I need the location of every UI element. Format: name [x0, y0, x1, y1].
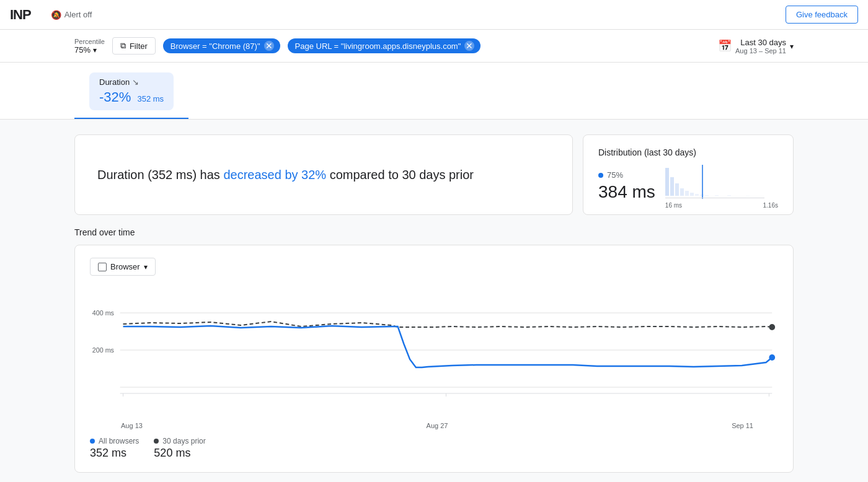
insight-text: Duration (352 ms) has decreased by 32% c…: [97, 165, 474, 184]
svg-rect-10: [727, 195, 731, 196]
distribution-title: Distribution (last 30 days): [598, 147, 778, 157]
browser-chevron: [144, 262, 148, 271]
svg-rect-4: [685, 191, 689, 196]
inp-logo: INP: [10, 7, 31, 23]
svg-rect-5: [690, 193, 694, 196]
svg-rect-1: [670, 177, 674, 196]
svg-rect-7: [700, 195, 704, 196]
dist-left: 75% 384 ms: [598, 170, 655, 202]
trend-label: Trend over time: [74, 227, 794, 237]
percentile-label: Percentile: [74, 38, 105, 45]
browser-dropdown[interactable]: Browser: [90, 258, 156, 276]
legend-prior-value: 520 ms: [154, 447, 205, 460]
url-chip[interactable]: Page URL = "livingroom.apps.disneyplus.c…: [288, 38, 481, 53]
alert-off-label: Alert off: [64, 10, 92, 19]
svg-rect-9: [715, 195, 719, 196]
legend-dark-dot: [154, 439, 159, 444]
browser-chip[interactable]: Browser = "Chrome (87)" ✕: [163, 38, 280, 53]
distribution-svg: [665, 165, 764, 199]
trend-card: Browser 400 ms 200 ms: [74, 245, 794, 473]
percentile-value: 75%: [74, 45, 97, 55]
svg-point-19: [769, 354, 775, 361]
legend-blue-dot: [90, 439, 95, 444]
summary-row: Duration (352 ms) has decreased by 32% c…: [74, 134, 794, 215]
date-range-selector[interactable]: 📅 Last 30 days Aug 13 – Sep 11: [718, 38, 794, 55]
give-feedback-button[interactable]: Give feedback: [786, 6, 858, 24]
top-bar: INP 🔕 Alert off Give feedback: [0, 0, 868, 30]
svg-rect-8: [705, 195, 709, 196]
chart-x-labels: Aug 13 Aug 27 Sep 11: [90, 422, 778, 429]
metric-value: -32% 352 ms: [99, 89, 164, 105]
svg-text:200 ms: 200 ms: [92, 346, 115, 354]
legend-all-browsers-value: 352 ms: [90, 447, 139, 460]
dist-percentile: 75%: [598, 170, 655, 180]
trend-down-icon: ↘: [132, 77, 139, 87]
distribution-card: Distribution (last 30 days) 75% 384 ms: [583, 134, 794, 215]
svg-point-20: [769, 324, 775, 330]
percentile-chevron: [93, 45, 97, 55]
filter-button[interactable]: ⧉ Filter: [112, 37, 156, 55]
svg-rect-11: [746, 196, 750, 196]
dist-axis: 16 ms 1.16s: [665, 202, 778, 209]
trend-chart-svg: 400 ms 200 ms: [90, 288, 778, 412]
dist-dot: [598, 173, 603, 178]
legend-30-days-prior: 30 days prior 520 ms: [154, 437, 205, 460]
insight-card: Duration (352 ms) has decreased by 32% c…: [74, 134, 573, 215]
trend-section: Trend over time Browser 400 ms 200 ms: [74, 227, 794, 473]
chart-legend: All browsers 352 ms 30 days prior 520 ms: [90, 437, 778, 460]
bell-icon: 🔕: [51, 10, 61, 20]
metric-name: Duration ↘: [99, 77, 164, 87]
filter-icon: ⧉: [120, 41, 126, 51]
percentile-selector[interactable]: Percentile 75%: [74, 38, 105, 55]
svg-rect-0: [665, 168, 669, 196]
date-range-text: Last 30 days Aug 13 – Sep 11: [735, 38, 786, 55]
browser-chip-close[interactable]: ✕: [264, 41, 274, 51]
svg-rect-13: [665, 198, 764, 198]
svg-rect-6: [695, 194, 699, 196]
svg-rect-2: [675, 183, 679, 196]
duration-tab[interactable]: Duration ↘ -32% 352 ms: [74, 63, 188, 119]
metric-tabs: Duration ↘ -32% 352 ms: [0, 63, 868, 120]
dist-value: 384 ms: [598, 182, 655, 202]
dist-chart: 16 ms 1.16s: [665, 165, 778, 202]
date-chevron: [790, 42, 794, 51]
main-content: Duration (352 ms) has decreased by 32% c…: [0, 120, 868, 482]
url-chip-close[interactable]: ✕: [464, 41, 474, 51]
calendar-icon: 📅: [718, 39, 732, 53]
duration-tab-inner: Duration ↘ -32% 352 ms: [89, 72, 174, 110]
chart-area: 400 ms 200 ms: [90, 288, 778, 412]
svg-text:400 ms: 400 ms: [92, 309, 115, 317]
legend-all-browsers: All browsers 352 ms: [90, 437, 139, 460]
browser-square-icon: [98, 263, 107, 271]
dist-content: 75% 384 ms: [598, 165, 778, 202]
alert-off-button[interactable]: 🔕 Alert off: [46, 7, 97, 22]
svg-rect-3: [680, 188, 684, 196]
filter-bar: Percentile 75% ⧉ Filter Browser = "Chrom…: [0, 30, 868, 63]
